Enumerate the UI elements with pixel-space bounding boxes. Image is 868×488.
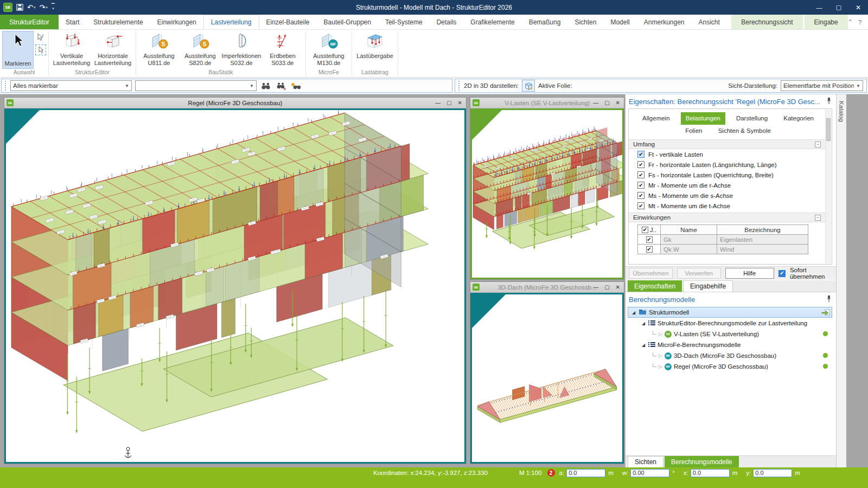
minimize-button[interactable]: — <box>593 100 598 106</box>
close-button[interactable]: ✕ <box>848 0 868 15</box>
tab-kategorien[interactable]: Kategorien <box>778 112 819 125</box>
aussteifung-s820-button[interactable]: S Aussteifung S820.de <box>180 31 221 66</box>
katalog-tab[interactable]: Katalog <box>838 101 845 122</box>
tab-bauteil-gruppen[interactable]: Bauteil-Gruppen <box>317 15 378 29</box>
checkbox-row[interactable]: ✔Fr - horizontale Lasten (Längsrichtung,… <box>629 159 832 170</box>
tree-item-microfe-modelle[interactable]: ◢ MicroFe-Berechnungsmodelle <box>628 339 832 350</box>
field-w-input[interactable] <box>630 469 669 477</box>
close-button[interactable]: ✕ <box>458 100 462 106</box>
tab-einzel-bauteile[interactable]: Einzel-Bauteile <box>259 15 317 29</box>
tab-sichten-symbole[interactable]: Sichten & Symbole <box>713 125 776 137</box>
tab-start[interactable]: Start <box>59 15 86 29</box>
lastuebergabe-button[interactable]: Lastübergabe <box>354 31 395 60</box>
checkbox-row[interactable]: ✔Mr - Momente um die r-Achse <box>629 180 832 190</box>
uebernehmen-button[interactable]: Übernehmen <box>629 268 673 279</box>
expand-icon[interactable]: ◢ <box>641 343 646 348</box>
expand-icon[interactable]: ◢ <box>631 310 636 315</box>
pin-icon[interactable] <box>826 295 832 304</box>
select-rectangle-button[interactable] <box>35 44 46 55</box>
table-row[interactable]: ✔ Qk.W Wind <box>638 245 808 254</box>
checkbox-checked[interactable]: ✔ <box>637 151 644 158</box>
scrollbar-thumb[interactable] <box>826 118 831 141</box>
collapse-icon[interactable]: − <box>815 142 821 147</box>
tree-item-se-modelle[interactable]: ◢ StrukturEditor-Berechnungsmodelle zur … <box>628 318 832 329</box>
field-x-input[interactable] <box>691 469 730 477</box>
save-icon[interactable] <box>16 4 23 11</box>
verwerfen-button[interactable]: Verwerfen <box>677 268 721 279</box>
checkbox-row[interactable]: ✔Ms - Momente um die s-Achse <box>629 190 832 201</box>
tab-strukturelemente[interactable]: Strukturelemente <box>86 15 150 29</box>
markierbar-filter-select[interactable]: Alles markierbar▼ <box>10 80 132 91</box>
imperfektionen-s032-button[interactable]: Imperfektionen S032.de <box>221 31 262 66</box>
link-arrow-icon[interactable]: ▷ <box>659 364 662 369</box>
tab-details[interactable]: Details <box>430 15 464 29</box>
collapse-ribbon-icon[interactable]: ⌃ <box>848 18 853 25</box>
tab-bemassung[interactable]: Bemaßung <box>522 15 568 29</box>
model-3d-view-dach[interactable] <box>472 294 622 461</box>
collapse-icon[interactable]: − <box>815 215 821 221</box>
field-a-input[interactable] <box>566 469 605 477</box>
scale-readout[interactable]: M 1:100 <box>519 470 542 476</box>
tab-darstellung[interactable]: Darstellung <box>731 112 773 125</box>
markieren-button[interactable]: Markieren <box>2 31 34 69</box>
undo-button[interactable]: ↶▾ <box>27 4 35 11</box>
checkbox-checked[interactable]: ✔ <box>646 246 653 253</box>
minimize-button[interactable]: — <box>593 284 598 290</box>
notification-badge[interactable]: 2 <box>547 469 555 477</box>
close-button[interactable]: ✕ <box>616 100 620 106</box>
titlebar[interactable]: SE ↶▾ ↷▾ ▔▾ Strukturmodell - Modell mit … <box>0 0 868 15</box>
tab-eigenschaften[interactable]: Eigenschaften <box>628 280 682 292</box>
aussteifung-u811-button[interactable]: S Aussteifung U811.de <box>138 31 180 66</box>
checkbox-checked[interactable]: ✔ <box>637 192 644 199</box>
app-logo-icon[interactable]: SE <box>3 3 12 12</box>
pin-icon[interactable] <box>826 97 832 106</box>
minimize-button[interactable]: — <box>435 100 441 106</box>
tab-belastungen[interactable]: Belastungen <box>681 112 725 125</box>
tab-grafikelemente[interactable]: Grafikelemente <box>463 15 521 29</box>
selection-set-select[interactable]: ▼ <box>135 80 257 91</box>
vertikale-lastverteilung-button[interactable]: Vertikale Lastverteilung <box>51 31 92 66</box>
model-3d-view-regel[interactable] <box>6 110 464 461</box>
field-y-input[interactable] <box>753 469 792 477</box>
cube-3d-icon[interactable] <box>522 80 535 92</box>
tab-berechnungssicht[interactable]: Berechnungssicht <box>731 15 802 29</box>
tab-eingabe[interactable]: Eingabe <box>805 15 848 29</box>
redo-button[interactable]: ↷▾ <box>39 4 47 11</box>
checkbox-checked[interactable]: ✔ <box>637 202 644 209</box>
window-vlasten-titlebar[interactable]: SE V-Lasten (SE V-Lastverteilung) —▢✕ <box>470 98 624 108</box>
window-regel-titlebar[interactable]: SE Regel (MicroFe 3D Geschossbau) —▢✕ <box>4 98 466 108</box>
search-remove-button[interactable]: x <box>275 80 287 92</box>
toolbar-grip[interactable] <box>458 81 461 91</box>
minimize-button[interactable]: — <box>809 0 829 15</box>
expand-icon[interactable]: ◢ <box>641 321 646 326</box>
checkbox-row[interactable]: ✔Ft - vertikale Lasten <box>629 149 832 159</box>
tab-ansicht[interactable]: Ansicht <box>692 15 727 29</box>
select-info-button[interactable]: i <box>35 32 46 43</box>
tree-item-vlasten[interactable]: ▷ SE V-Lasten (SE V-Lastverteilung) <box>628 329 832 339</box>
aussteifung-m130-button[interactable]: MF Aussteifung M130.de <box>308 31 349 66</box>
erdbeben-s033-button[interactable]: Erdbeben S033.de <box>262 31 303 66</box>
assign-view-icon[interactable] <box>821 308 830 317</box>
scrollbar[interactable] <box>825 110 831 264</box>
maximize-button[interactable]: ▢ <box>446 100 451 106</box>
window-dach-titlebar[interactable]: SE 3D-Dach (MicroFe 3D Geschossb... —▢✕ <box>470 282 624 293</box>
tab-einwirkungen[interactable]: Einwirkungen <box>150 15 203 29</box>
horizontale-lastverteilung-button[interactable]: Horizontale Lastverteilung <box>92 31 133 66</box>
checkbox-row[interactable]: ✔Mt - Momente um die t-Achse <box>629 201 832 211</box>
search-binoculars-button[interactable] <box>260 80 272 92</box>
maximize-button[interactable]: ▢ <box>604 100 609 106</box>
checkbox-checked[interactable]: ✔ <box>637 161 644 168</box>
search-new-button[interactable] <box>290 80 302 92</box>
tree-item-strukturmodell[interactable]: ◢ Strukturmodell <box>628 307 832 318</box>
maximize-button[interactable]: ▢ <box>829 0 848 15</box>
file-tab[interactable]: StrukturEditor <box>0 15 59 29</box>
tree-item-regel[interactable]: ▷ MF Regel (MicroFe 3D Geschossbau) <box>628 361 832 372</box>
tab-anmerkungen[interactable]: Anmerkungen <box>637 15 692 29</box>
undo-dropdown-icon[interactable]: ▾ <box>34 5 36 9</box>
sicht-darstellung-select[interactable]: Elementfarbe mit Positionsr▼ <box>781 80 863 91</box>
checkbox-row[interactable]: ✔Fs - horizontale Lasten (Querrichtung, … <box>629 170 832 180</box>
checkbox-checked[interactable]: ✔ <box>637 171 644 178</box>
help-icon[interactable]: ? <box>858 19 861 25</box>
tab-sichten[interactable]: Sichten <box>567 15 603 29</box>
tree-item-dach[interactable]: ▷ MF 3D-Dach (MicroFe 3D Geschossbau) <box>628 350 832 361</box>
